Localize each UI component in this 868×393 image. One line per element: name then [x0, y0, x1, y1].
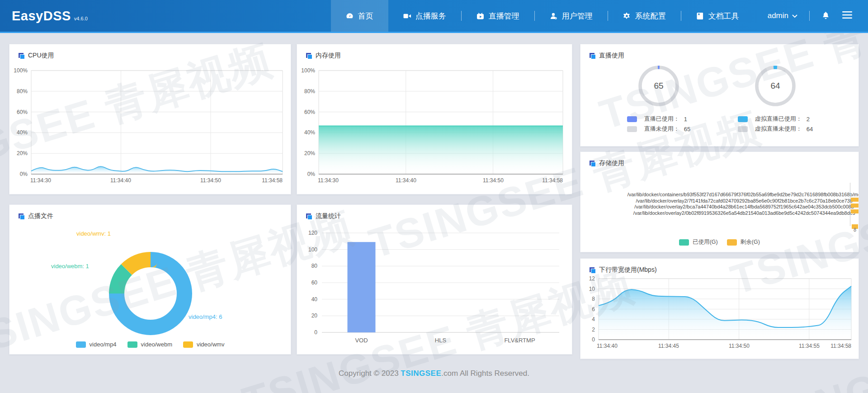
- svg-text:11:34:58: 11:34:58: [262, 177, 283, 184]
- legend-color-chip: [127, 341, 137, 348]
- panel-icon: [590, 161, 595, 166]
- svg-text:100%: 100%: [14, 67, 28, 74]
- legend-item-free[interactable]: 剩余(G): [727, 238, 760, 246]
- nav-item-label: 首页: [358, 11, 373, 21]
- nav-item-vod[interactable]: 点播服务: [388, 0, 461, 32]
- svg-text:65: 65: [654, 81, 663, 90]
- svg-text:6: 6: [592, 306, 595, 313]
- svg-text:0%: 0%: [307, 171, 316, 177]
- legend-item-video-webm[interactable]: video/webm: [127, 341, 172, 348]
- nav-item-home[interactable]: 首页: [331, 0, 388, 32]
- svg-text:4: 4: [592, 316, 595, 322]
- dashboard-grid: CPU使用 100%80%60%40%20%0%11:34:3011:34:40…: [0, 33, 868, 359]
- user-name: admin: [768, 11, 788, 20]
- panel-cpu-usage: CPU使用 100%80%60%40%20%0%11:34:3011:34:40…: [9, 44, 291, 194]
- storage-path-labels: /var/lib/docker/containers/b93f553f27d16…: [584, 192, 848, 216]
- svg-text:120: 120: [308, 230, 317, 236]
- legend-label: video/wmv: [197, 341, 224, 348]
- nav-right: admin: [754, 0, 868, 32]
- gear-icon: [623, 12, 631, 20]
- legend-item-video-wmv[interactable]: video/wmv: [183, 341, 224, 348]
- gauge-legend: 直播已使用：1直播未使用：65: [627, 113, 690, 135]
- user-menu[interactable]: admin: [768, 11, 797, 20]
- pie-slice-label: video/mp4: 6: [189, 313, 222, 320]
- nav-item-live[interactable]: 直播管理: [462, 0, 534, 32]
- pie-slice-label: video/webm: 1: [51, 263, 89, 270]
- copyright-text: Copyright © 2023: [339, 369, 401, 378]
- storage-path-row: /var/lib/docker/containers/b93f553f27d16…: [597, 192, 859, 198]
- legend-color-chip: [183, 341, 193, 348]
- menu-toggle-button[interactable]: [842, 11, 853, 21]
- legend-label: video/webm: [141, 341, 172, 348]
- svg-text:11:34:50: 11:34:50: [483, 177, 504, 184]
- svg-text:HLS: HLS: [435, 337, 447, 344]
- storage-bar-fragment: [851, 209, 859, 213]
- nav-divider: [809, 11, 810, 21]
- legend-label: video/mp4: [90, 341, 117, 348]
- svg-text:60%: 60%: [304, 109, 315, 115]
- brand-name: EasyDSS: [12, 9, 71, 24]
- nav-item-system[interactable]: 系统配置: [608, 0, 681, 32]
- panel-traffic-stats: 流量统计 020406080100120VODHLSFLV&RTMP: [297, 204, 572, 355]
- gauge-legend-label: 虚拟直播已使用：: [755, 115, 802, 123]
- svg-text:20%: 20%: [304, 150, 315, 156]
- svg-text:11:34:40: 11:34:40: [597, 343, 618, 349]
- gauge-legend-row: 直播未使用：65: [627, 125, 690, 133]
- legend-label: 剩余(G): [741, 238, 760, 246]
- gauge-legend-value: 1: [684, 116, 687, 123]
- svg-text:64: 64: [770, 81, 780, 90]
- brand-version: v4.6.0: [74, 16, 88, 21]
- nav-item-label: 点播服务: [415, 11, 446, 21]
- panel-bandwidth: 下行带宽使用(Mbps) 12108642011:34:4011:34:4511…: [580, 258, 859, 359]
- gauge-legend-value: 64: [807, 126, 813, 133]
- svg-text:11:34:40: 11:34:40: [110, 177, 131, 184]
- vod-camera-icon: [403, 12, 411, 20]
- gauge-legend-value: 65: [684, 126, 690, 133]
- live-usage-gauges: 65直播已使用：1直播未使用：6564虚拟直播已使用：2虚拟直播未使用：64: [580, 63, 859, 146]
- panel-title-memory: 内存使用: [306, 52, 341, 60]
- gauge-legend-label: 直播未使用：: [644, 125, 679, 133]
- panel-title-bandwidth: 下行带宽使用(Mbps): [590, 266, 657, 274]
- nav-item-docs[interactable]: 文档工具: [681, 0, 754, 32]
- copyright-text-2: .com All Rights Reserved.: [441, 369, 529, 378]
- panel-memory-usage: 内存使用 100%80%60%40%20%0%11:34:3011:34:401…: [297, 44, 572, 194]
- legend-color-chip: [627, 126, 637, 132]
- storage-path-row: /var/lib/docker/overlay2/bca7a44740bd4a2…: [590, 204, 854, 210]
- gauge-legend-row: 虚拟直播已使用：2: [738, 115, 813, 123]
- panel-vod-files: 点播文件 video/mp4: 6video/webm: 1video/wmv:…: [9, 204, 291, 355]
- panel-live-usage: 直播使用 65直播已使用：1直播未使用：6564虚拟直播已使用：2虚拟直播未使用…: [580, 44, 859, 147]
- panel-icon: [590, 53, 595, 59]
- legend-color-chip: [738, 126, 748, 132]
- svg-text:0: 0: [314, 329, 317, 336]
- svg-text:0: 0: [592, 336, 595, 343]
- panel-icon: [19, 213, 24, 219]
- brand-logo: EasyDSS v4.6.0: [0, 9, 99, 24]
- user-icon: [550, 12, 558, 20]
- vod-files-donut-chart: video/mp4: 6video/webm: 1video/wmv: 1vid…: [9, 205, 291, 354]
- panel-icon: [306, 53, 312, 59]
- panel-title-storage: 存储使用: [590, 159, 624, 167]
- storage-axis-tick: 8: [854, 227, 856, 232]
- cpu-usage-chart: 100%80%60%40%20%0%11:34:3011:34:4011:34:…: [9, 44, 291, 194]
- panel-storage-usage: 存储使用 /var/lib/docker/containers/b93f553f…: [580, 152, 859, 252]
- column-left: CPU使用 100%80%60%40%20%0%11:34:3011:34:40…: [9, 44, 291, 355]
- notifications-button[interactable]: [821, 11, 830, 21]
- nav-item-users[interactable]: 用户管理: [535, 0, 608, 32]
- svg-text:80: 80: [311, 263, 318, 269]
- svg-text:FLV&RTMP: FLV&RTMP: [504, 337, 535, 344]
- storage-bar-fragment: [851, 198, 859, 202]
- legend-item-video-mp4[interactable]: video/mp4: [76, 341, 117, 348]
- storage-axis-line: [850, 183, 850, 226]
- svg-text:80%: 80%: [17, 88, 28, 95]
- dashboard-icon: [346, 12, 354, 20]
- svg-text:11:34:58: 11:34:58: [542, 177, 563, 184]
- column-right: 直播使用 65直播已使用：1直播未使用：6564虚拟直播已使用：2虚拟直播未使用…: [580, 44, 859, 359]
- svg-text:40: 40: [311, 296, 318, 303]
- top-nav: EasyDSS v4.6.0 首页点播服务直播管理用户管理系统配置文档工具 ad…: [0, 0, 868, 33]
- nav-item-label: 直播管理: [489, 11, 519, 21]
- panel-title-cpu: CPU使用: [19, 52, 54, 60]
- svg-text:11:34:40: 11:34:40: [396, 177, 416, 184]
- footer: Copyright © 2023 TSINGSEE.com All Rights…: [0, 369, 868, 378]
- nav-item-label: 文档工具: [708, 11, 739, 21]
- legend-item-used[interactable]: 已使用(G): [679, 238, 718, 246]
